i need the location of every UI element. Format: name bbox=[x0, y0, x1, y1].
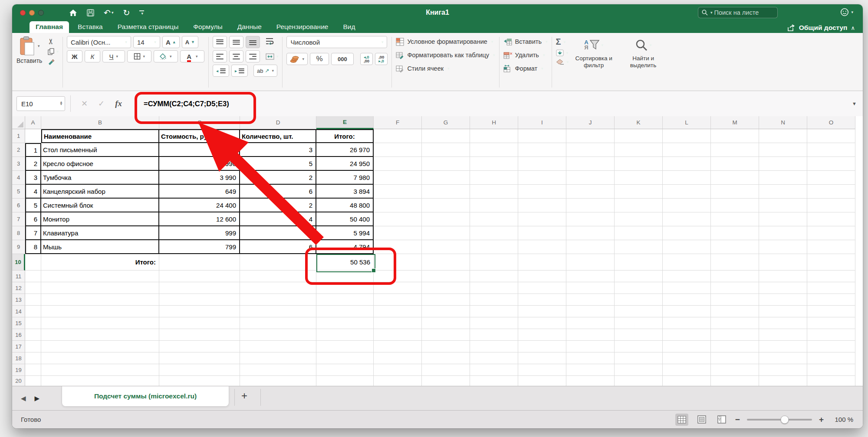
cell-B2[interactable]: Стол письменный bbox=[41, 143, 159, 157]
cell-F15[interactable] bbox=[374, 317, 422, 329]
cell-H4[interactable] bbox=[470, 171, 518, 185]
cell-A16[interactable] bbox=[25, 329, 41, 341]
cell-I15[interactable] bbox=[518, 317, 566, 329]
cell-N1[interactable] bbox=[759, 129, 807, 143]
font-size-select[interactable]: 14▾ bbox=[133, 36, 160, 48]
wrap-text-icon[interactable] bbox=[266, 38, 274, 46]
cell-B7[interactable]: Монитор bbox=[41, 212, 159, 226]
cell-M15[interactable] bbox=[711, 317, 759, 329]
cell-N3[interactable] bbox=[759, 157, 807, 171]
cell-A11[interactable] bbox=[25, 271, 41, 282]
cell-L2[interactable] bbox=[663, 143, 711, 157]
cell-D10[interactable] bbox=[240, 254, 316, 271]
cell-N7[interactable] bbox=[759, 212, 807, 226]
fill-color-button[interactable]: ▾ bbox=[154, 50, 178, 62]
cell-B4[interactable]: Тумбочка bbox=[41, 171, 159, 185]
cell-O11[interactable] bbox=[807, 271, 855, 282]
cell-D11[interactable] bbox=[240, 271, 316, 282]
sort-filter-button[interactable]: А Я ▾ Сортировка и фильтр bbox=[572, 37, 615, 88]
cell-J19[interactable] bbox=[566, 364, 615, 376]
cell-O2[interactable] bbox=[807, 143, 855, 157]
cell-G8[interactable] bbox=[422, 226, 470, 240]
name-box[interactable]: E10 ▲▼ bbox=[16, 96, 65, 111]
cell-E7[interactable]: 50 400 bbox=[316, 212, 374, 226]
cell-D9[interactable]: 6 bbox=[240, 240, 316, 254]
column-header-J[interactable]: J bbox=[566, 116, 615, 129]
cell-G14[interactable] bbox=[422, 306, 470, 317]
cell-O17[interactable] bbox=[807, 341, 855, 352]
cell-B14[interactable] bbox=[41, 306, 159, 317]
feedback-control[interactable]: ▾ bbox=[840, 8, 853, 16]
cell-I12[interactable] bbox=[518, 282, 566, 294]
zoom-out-button[interactable]: − bbox=[735, 415, 740, 424]
underline-button[interactable]: Ч▾ bbox=[102, 50, 125, 62]
cell-A19[interactable] bbox=[25, 364, 41, 376]
cell-J13[interactable] bbox=[566, 294, 615, 306]
cell-C6[interactable]: 24 400 bbox=[159, 199, 240, 212]
cell-M3[interactable] bbox=[711, 157, 759, 171]
cell-O6[interactable] bbox=[807, 199, 855, 212]
column-header-C[interactable]: C bbox=[159, 116, 240, 129]
cell-K12[interactable] bbox=[615, 282, 663, 294]
cell-B6[interactable]: Системный блок bbox=[41, 199, 159, 212]
cell-J5[interactable] bbox=[566, 185, 615, 199]
cell-M20[interactable] bbox=[711, 376, 759, 386]
cell-N10[interactable] bbox=[759, 254, 807, 271]
cell-N5[interactable] bbox=[759, 185, 807, 199]
search-input[interactable]: ▾ Поиск на листе bbox=[698, 7, 778, 18]
cell-C9[interactable]: 799 bbox=[159, 240, 240, 254]
cut-icon[interactable]: ✂ bbox=[47, 38, 55, 44]
cell-N17[interactable] bbox=[759, 341, 807, 352]
cell-L17[interactable] bbox=[663, 341, 711, 352]
cell-F2[interactable] bbox=[374, 143, 422, 157]
cell-F1[interactable] bbox=[374, 129, 422, 143]
cell-N9[interactable] bbox=[759, 240, 807, 254]
cell-M19[interactable] bbox=[711, 364, 759, 376]
cell-E15[interactable] bbox=[316, 317, 374, 329]
cell-H6[interactable] bbox=[470, 199, 518, 212]
cell-G9[interactable] bbox=[422, 240, 470, 254]
cell-F19[interactable] bbox=[374, 364, 422, 376]
expand-formula-bar-icon[interactable]: ▼ bbox=[852, 101, 857, 106]
cell-C19[interactable] bbox=[159, 364, 240, 376]
add-sheet-button[interactable]: + bbox=[241, 390, 247, 402]
row-header-17[interactable]: 17 bbox=[12, 341, 25, 352]
cell-L5[interactable] bbox=[663, 185, 711, 199]
cell-E4[interactable]: 7 980 bbox=[316, 171, 374, 185]
increase-font-button[interactable]: A▲ bbox=[162, 36, 180, 48]
cell-M8[interactable] bbox=[711, 226, 759, 240]
cell-N15[interactable] bbox=[759, 317, 807, 329]
cell-N8[interactable] bbox=[759, 226, 807, 240]
cell-K15[interactable] bbox=[615, 317, 663, 329]
cell-E6[interactable]: 48 800 bbox=[316, 199, 374, 212]
cell-E3[interactable]: 24 950 bbox=[316, 157, 374, 171]
cell-L19[interactable] bbox=[663, 364, 711, 376]
conditional-formatting-button[interactable]: Условное форматирование ▾ bbox=[396, 36, 495, 47]
cell-K8[interactable] bbox=[615, 226, 663, 240]
cell-C12[interactable] bbox=[159, 282, 240, 294]
cell-B16[interactable] bbox=[41, 329, 159, 341]
cell-K1[interactable] bbox=[615, 129, 663, 143]
cell-G1[interactable] bbox=[422, 129, 470, 143]
share-button[interactable]: Общий доступ ∧ bbox=[787, 24, 855, 32]
sheet-tab[interactable]: Подсчет суммы (microexcel.ru) bbox=[62, 386, 229, 407]
cell-B9[interactable]: Мышь bbox=[41, 240, 159, 254]
text-orientation-button[interactable]: ab↗ ▾ bbox=[253, 65, 277, 77]
cell-C20[interactable] bbox=[159, 376, 240, 386]
cell-G12[interactable] bbox=[422, 282, 470, 294]
formula-input[interactable]: =СУММ(C2;C4;C7;D5;E3) bbox=[144, 100, 229, 108]
cell-C13[interactable] bbox=[159, 294, 240, 306]
cell-D1[interactable]: Количество, шт. bbox=[240, 129, 316, 143]
cell-E12[interactable] bbox=[316, 282, 374, 294]
cell-K17[interactable] bbox=[615, 341, 663, 352]
cell-B18[interactable] bbox=[41, 352, 159, 364]
cell-N6[interactable] bbox=[759, 199, 807, 212]
row-header-11[interactable]: 11 bbox=[12, 271, 25, 282]
cell-H13[interactable] bbox=[470, 294, 518, 306]
cell-I17[interactable] bbox=[518, 341, 566, 352]
cell-F10[interactable] bbox=[374, 254, 422, 271]
cell-L11[interactable] bbox=[663, 271, 711, 282]
cell-H5[interactable] bbox=[470, 185, 518, 199]
cancel-icon[interactable]: ✕ bbox=[81, 99, 88, 108]
cell-C17[interactable] bbox=[159, 341, 240, 352]
